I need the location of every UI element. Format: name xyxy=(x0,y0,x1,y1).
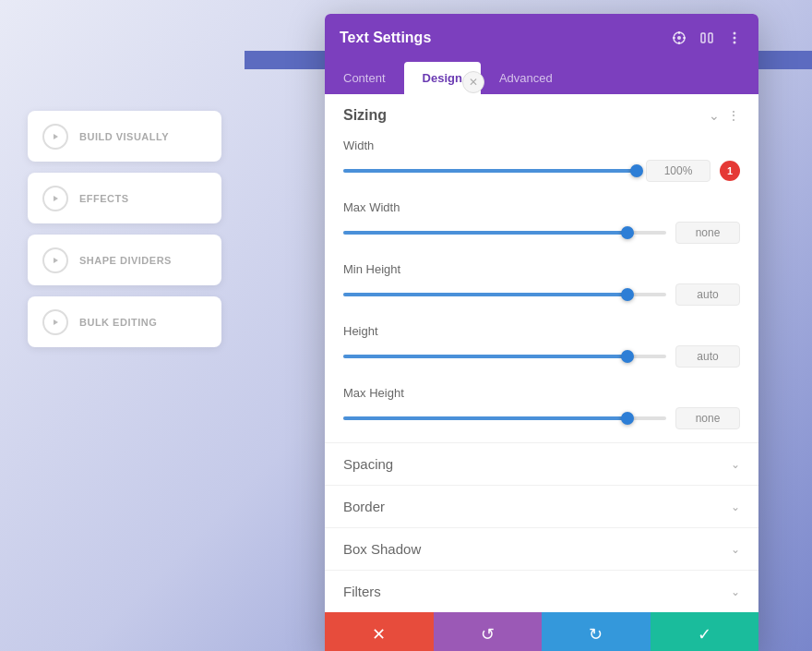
left-item-label: BULK EDITING xyxy=(79,317,157,328)
left-item-label: BUILD VISUALLY xyxy=(79,131,169,142)
max-width-track[interactable] xyxy=(343,231,666,235)
spacing-title: Spacing xyxy=(343,456,393,472)
left-item-icon xyxy=(42,247,68,273)
height-control: auto xyxy=(343,345,740,368)
svg-marker-2 xyxy=(54,258,58,263)
left-panel-item[interactable]: BUILD VISUALLY xyxy=(28,111,221,162)
undo-button[interactable]: ↺ xyxy=(434,612,543,651)
confirm-button[interactable]: ✓ xyxy=(651,612,759,651)
min-height-value[interactable]: auto xyxy=(675,283,740,306)
modal-tabs: Content Design Advanced xyxy=(325,62,758,94)
redo-button[interactable]: ↻ xyxy=(542,612,651,651)
svg-rect-10 xyxy=(701,33,705,42)
svg-point-12 xyxy=(734,32,736,35)
modal-header: Text Settings xyxy=(325,14,758,62)
left-item-icon xyxy=(42,186,68,211)
max-height-label: Max Height xyxy=(343,386,740,400)
tab-content[interactable]: Content xyxy=(325,62,404,94)
left-item-icon xyxy=(42,124,68,150)
max-width-label: Max Width xyxy=(343,200,740,214)
more-icon[interactable] xyxy=(725,29,744,47)
left-panel: BUILD VISUALLY EFFECTS SHAPE DIVIDERS xyxy=(28,111,221,347)
modal-footer: ✕ ↺ ↻ ✓ xyxy=(325,612,758,651)
width-label: Width xyxy=(343,139,740,152)
columns-icon[interactable] xyxy=(698,29,716,47)
min-height-label: Min Height xyxy=(343,262,740,276)
border-section[interactable]: Border ⌄ xyxy=(325,485,758,527)
left-item-label: EFFECTS xyxy=(79,193,129,204)
svg-rect-11 xyxy=(709,33,712,42)
max-height-control: none xyxy=(343,407,740,429)
min-height-control: auto xyxy=(343,283,740,306)
max-width-control: none xyxy=(343,222,740,244)
width-value[interactable]: 100% xyxy=(646,160,710,182)
svg-marker-1 xyxy=(54,196,58,201)
box-shadow-chevron-icon: ⌄ xyxy=(731,543,740,556)
min-height-track[interactable] xyxy=(343,293,666,296)
border-title: Border xyxy=(343,499,385,514)
filters-section[interactable]: Filters ⌄ xyxy=(325,570,758,612)
undo-icon: ↺ xyxy=(481,624,495,645)
left-panel-item[interactable]: BULK EDITING xyxy=(28,296,221,347)
spacing-section[interactable]: Spacing ⌄ xyxy=(325,442,758,485)
cancel-icon: ✕ xyxy=(372,624,386,645)
width-slider-row: Width 100% 1 xyxy=(325,133,758,195)
border-chevron-icon: ⌄ xyxy=(731,500,740,513)
left-panel-item[interactable]: EFFECTS xyxy=(28,173,221,223)
modal-close-button[interactable]: ✕ xyxy=(462,71,484,93)
left-panel-item[interactable]: SHAPE DIVIDERS xyxy=(28,235,221,285)
max-width-value[interactable]: none xyxy=(675,222,740,244)
width-control: 100% 1 xyxy=(343,160,740,182)
modal-body: Sizing ⌄ ⋮ Width 100% 1 Max Wi xyxy=(325,94,758,612)
height-label: Height xyxy=(343,324,740,338)
section-controls: ⌄ ⋮ xyxy=(709,108,740,123)
svg-marker-3 xyxy=(54,319,58,325)
max-height-value[interactable]: none xyxy=(675,407,740,429)
filters-title: Filters xyxy=(343,584,381,599)
svg-point-14 xyxy=(734,42,736,44)
height-value[interactable]: auto xyxy=(675,345,740,368)
left-item-label: SHAPE DIVIDERS xyxy=(79,255,172,266)
max-width-slider-row: Max Width none xyxy=(325,195,758,257)
min-height-slider-row: Min Height auto xyxy=(325,257,758,319)
target-icon[interactable] xyxy=(670,29,688,47)
svg-point-5 xyxy=(677,36,681,40)
options-icon[interactable]: ⋮ xyxy=(727,108,740,123)
redo-icon: ↻ xyxy=(589,624,603,645)
header-icons xyxy=(670,29,744,47)
width-track[interactable] xyxy=(343,169,637,173)
collapse-icon[interactable]: ⌄ xyxy=(709,108,720,123)
max-height-track[interactable] xyxy=(343,416,666,420)
cancel-button[interactable]: ✕ xyxy=(325,612,434,651)
left-item-icon xyxy=(42,309,68,335)
box-shadow-title: Box Shadow xyxy=(343,541,421,557)
height-slider-row: Height auto xyxy=(325,319,758,380)
width-badge: 1 xyxy=(720,161,740,181)
max-height-slider-row: Max Height none xyxy=(325,380,758,442)
sizing-title: Sizing xyxy=(343,107,387,124)
modal-title: Text Settings xyxy=(340,30,431,46)
filters-chevron-icon: ⌄ xyxy=(731,585,740,598)
box-shadow-section[interactable]: Box Shadow ⌄ xyxy=(325,527,758,570)
svg-point-13 xyxy=(734,37,736,40)
tab-advanced[interactable]: Advanced xyxy=(481,62,571,94)
height-track[interactable] xyxy=(343,355,666,358)
text-settings-modal: Text Settings xyxy=(325,14,758,651)
spacing-chevron-icon: ⌄ xyxy=(731,458,740,471)
svg-marker-0 xyxy=(54,134,58,139)
confirm-icon: ✓ xyxy=(698,624,711,645)
sizing-section-header: Sizing ⌄ ⋮ xyxy=(325,94,758,133)
